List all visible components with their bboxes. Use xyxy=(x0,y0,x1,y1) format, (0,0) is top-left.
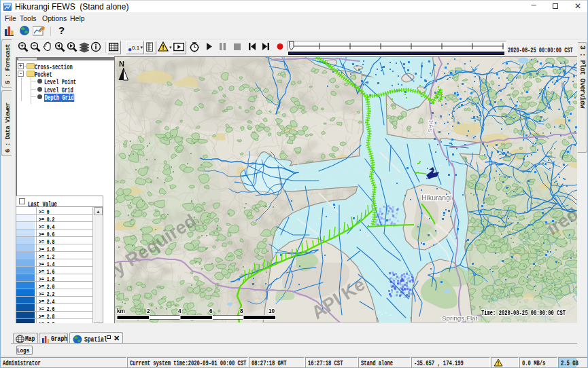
svg-text:10: 10 xyxy=(269,308,275,314)
svg-text:km: km xyxy=(117,308,125,314)
svg-text:Hikurangi: Hikurangi xyxy=(421,194,451,202)
svg-text:Springs Flat: Springs Flat xyxy=(442,314,478,322)
svg-text:8: 8 xyxy=(240,308,243,314)
svg-text:2: 2 xyxy=(147,308,150,314)
svg-text:4: 4 xyxy=(178,308,181,314)
svg-text:N: N xyxy=(119,60,124,68)
svg-text:SH 1: SH 1 xyxy=(427,119,434,133)
svg-text:6: 6 xyxy=(209,308,213,314)
svg-text:Time: 2020-08-25 00:00:00 CST: Time: 2020-08-25 00:00:00 CST xyxy=(481,309,566,317)
